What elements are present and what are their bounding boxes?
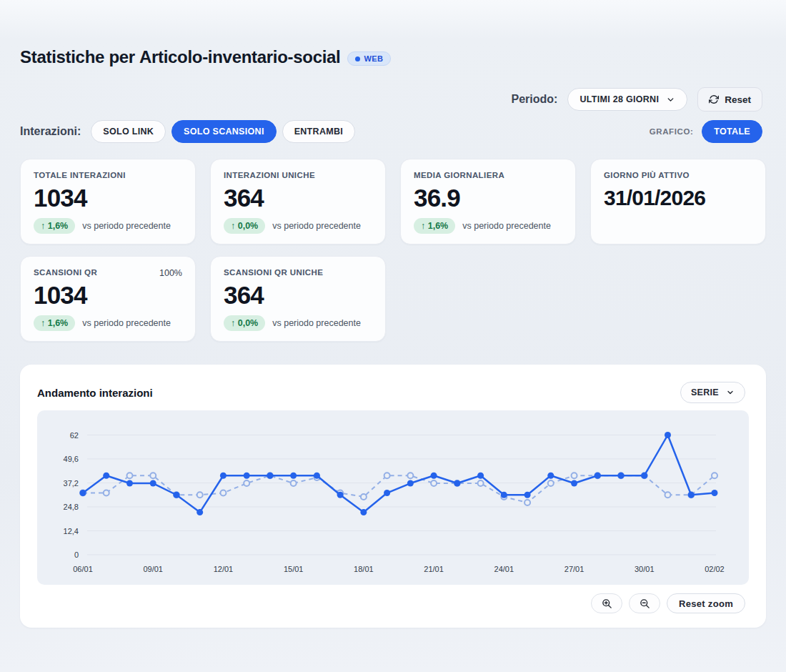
current-period-point	[360, 509, 367, 515]
x-tick-label: 02/02	[705, 565, 725, 573]
stat-footer: ↑ 1,6% vs periodo precedente	[414, 218, 551, 234]
current-period-point	[431, 473, 437, 479]
stat-label: SCANSIONI QR UNICHE	[224, 268, 372, 277]
series-dropdown-label: SERIE	[691, 387, 719, 397]
stat-delta-note: vs periodo precedente	[82, 318, 171, 328]
stat-card: INTERAZIONI UNICHE 364 ↑ 0,0% vs periodo…	[210, 159, 386, 244]
stat-delta-note: vs periodo precedente	[82, 221, 171, 231]
zoom-in-button[interactable]	[591, 593, 622, 613]
x-tick-label: 09/01	[143, 565, 163, 573]
stat-label: TOTALE INTERAZIONI	[34, 171, 182, 179]
current-period-point	[80, 490, 86, 496]
statistics-page: Statistiche perArticolo-inventario-socia…	[0, 0, 786, 672]
stat-delta-note: vs periodo precedente	[272, 221, 361, 231]
x-tick-label: 18/01	[354, 565, 374, 573]
period-range-value: ULTIMI 28 GIORNI	[579, 94, 659, 104]
previous-period-point	[197, 492, 203, 498]
stat-footer: ↑ 1,6% vs periodo precedente	[34, 218, 171, 234]
stat-corner-value: 100%	[159, 268, 182, 278]
stat-label: MEDIA GIORNALIERA	[414, 171, 562, 179]
previous-period-point	[524, 500, 530, 505]
previous-period-point	[431, 480, 437, 486]
stat-value: 36.9	[414, 184, 562, 212]
filter-entrambi[interactable]: ENTRAMBI	[282, 120, 355, 143]
x-tick-label: 24/01	[494, 565, 514, 573]
chart-zoom-controls: Reset zoom	[591, 593, 745, 613]
current-period-point	[126, 480, 133, 487]
stat-delta-note: vs periodo precedente	[462, 221, 551, 231]
current-period-point	[103, 473, 109, 479]
line-chart-canvas[interactable]: 012,424,837,249,66206/0109/0112/0115/011…	[37, 410, 749, 585]
y-tick-label: 24,8	[64, 503, 79, 511]
zoom-out-button[interactable]	[629, 593, 660, 613]
current-period-point	[337, 492, 344, 498]
current-period-point	[595, 473, 601, 479]
period-reset-button[interactable]: Reset	[697, 87, 762, 112]
stat-label: GIORNO PIÙ ATTIVO	[604, 171, 752, 179]
stat-delta-badge: ↑ 1,6%	[34, 315, 75, 331]
magnifier-plus-icon	[602, 598, 612, 609]
previous-period-point	[407, 473, 413, 478]
stat-delta-badge: ↑ 0,0%	[224, 218, 265, 234]
chart-mode-label: GRAFICO:	[650, 127, 694, 136]
current-period-point	[196, 509, 203, 515]
page-title: Statistiche perArticolo-inventario-socia…	[20, 47, 340, 67]
stats-grid: TOTALE INTERAZIONI 1034 ↑ 1,6% vs period…	[20, 159, 766, 342]
stat-delta-badge: ↑ 0,0%	[224, 315, 265, 331]
current-period-point	[524, 492, 531, 498]
interaction-filter-group: SOLO LINK SOLO SCANSIONI ENTRAMBI	[91, 120, 355, 143]
x-tick-label: 12/01	[214, 565, 234, 573]
refresh-icon	[709, 94, 719, 104]
type-badge: WEB	[347, 51, 391, 66]
reset-zoom-button[interactable]: Reset zoom	[667, 593, 745, 613]
x-tick-label: 27/01	[564, 565, 584, 573]
title-item-name: Articolo-inventario-social	[139, 47, 341, 66]
stat-card: MEDIA GIORNALIERA 36.9 ↑ 1,6% vs periodo…	[400, 159, 576, 244]
previous-period-point	[126, 473, 132, 478]
stat-delta-badge: ↑ 1,6%	[414, 218, 455, 234]
stat-delta-badge: ↑ 1,6%	[34, 218, 75, 234]
current-period-point	[571, 480, 577, 487]
stat-card: GIORNO PIÙ ATTIVO 31/01/2026	[590, 159, 766, 244]
x-tick-label: 21/01	[424, 565, 444, 573]
previous-period-point	[478, 480, 484, 486]
previous-period-point	[384, 473, 390, 478]
y-tick-label: 12,4	[64, 527, 79, 535]
current-period-point	[711, 490, 717, 496]
period-range-dropdown[interactable]: ULTIMI 28 GIORNI	[567, 88, 687, 111]
stat-value: 1034	[34, 281, 182, 310]
chart-mode-totale-button[interactable]: TOTALE	[702, 120, 762, 143]
y-tick-label: 49,6	[64, 455, 79, 463]
chevron-down-icon	[666, 95, 675, 104]
previous-period-point	[361, 494, 367, 500]
current-period-point	[244, 473, 250, 479]
page-header: Statistiche perArticolo-inventario-socia…	[20, 47, 391, 67]
period-label: Periodo:	[512, 93, 558, 106]
current-period-point	[290, 473, 297, 479]
stat-footer: ↑ 0,0% vs periodo precedente	[224, 315, 361, 331]
title-prefix: Statistiche per	[20, 47, 135, 66]
filter-solo-scansioni[interactable]: SOLO SCANSIONI	[171, 120, 277, 143]
current-period-point	[384, 490, 390, 496]
status-dot-icon	[355, 56, 360, 61]
current-period-point	[618, 473, 625, 479]
stat-footer: ↑ 0,0% vs periodo precedente	[224, 218, 361, 234]
previous-period-point	[548, 480, 554, 486]
filter-solo-link[interactable]: SOLO LINK	[91, 120, 166, 143]
x-tick-label: 06/01	[73, 565, 93, 573]
series-dropdown[interactable]: SERIE	[680, 382, 745, 403]
line-chart-plot-area: 012,424,837,249,66206/0109/0112/0115/011…	[37, 410, 749, 585]
chart-header: Andamento interazioni SERIE	[37, 382, 745, 403]
previous-period-point	[665, 492, 671, 498]
stat-card: TOTALE INTERAZIONI 1034 ↑ 1,6% vs period…	[20, 159, 196, 244]
current-period-point	[150, 480, 156, 487]
magnifier-minus-icon	[640, 598, 650, 609]
current-period-point	[454, 480, 460, 487]
current-period-point	[501, 492, 507, 498]
current-period-point	[407, 480, 414, 487]
stat-value: 1034	[34, 184, 182, 212]
interactions-label: Interazioni:	[20, 125, 81, 138]
chevron-down-icon	[726, 388, 735, 397]
previous-period-point	[712, 473, 717, 478]
x-tick-label: 30/01	[635, 565, 655, 573]
